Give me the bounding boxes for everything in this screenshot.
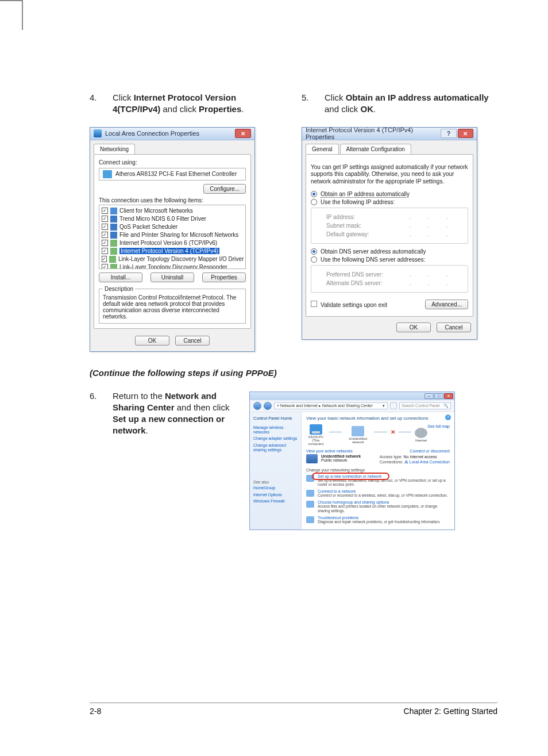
ok-button[interactable]: OK bbox=[396, 323, 431, 332]
obtain-dns-radio[interactable]: Obtain DNS server address automatically bbox=[311, 248, 468, 255]
cancel-button[interactable]: Cancel bbox=[175, 336, 210, 346]
use-dns-radio[interactable]: Use the following DNS server addresses: bbox=[311, 256, 468, 263]
checkbox-icon[interactable]: ✓ bbox=[102, 264, 108, 269]
advanced-button[interactable]: Advanced... bbox=[425, 300, 468, 309]
list-item: ✓Link-Layer Topology Discovery Mapper I/… bbox=[102, 255, 243, 263]
svg-rect-4 bbox=[110, 240, 117, 247]
uninstall-button[interactable]: Uninstall bbox=[150, 273, 194, 282]
close-icon[interactable]: ✕ bbox=[458, 129, 473, 138]
alt-dns-label: Alternate DNS server: bbox=[326, 280, 395, 286]
close-icon[interactable]: ✕ bbox=[235, 129, 251, 138]
step-4: 4. Click Internet Protocol Version 4(TCP… bbox=[90, 92, 285, 116]
task-connect-network[interactable]: Connect to a network Connect or reconnec… bbox=[306, 489, 450, 498]
ip-address-field: . . . bbox=[400, 214, 463, 220]
minimize-icon[interactable]: – bbox=[424, 393, 434, 399]
sidebar-link[interactable]: Manage wireless networks bbox=[253, 425, 298, 435]
ok-button[interactable]: OK bbox=[135, 336, 169, 346]
pref-dns-field: . . . bbox=[400, 271, 463, 278]
column-left: 4. Click Internet Protocol Version 4(TCP… bbox=[90, 92, 285, 352]
obtain-ip-radio[interactable]: Obtain an IP address automatically bbox=[311, 191, 468, 197]
networking-panel: Connect using: Atheros AR8132 PCI-E Fast… bbox=[94, 154, 251, 329]
list-item: ✓Link-Layer Topology Discovery Responder bbox=[102, 263, 243, 269]
step-6-row: 6. Return to the Network and Sharing Cen… bbox=[90, 390, 497, 531]
dialog-footer: OK Cancel bbox=[90, 329, 254, 351]
radio-icon bbox=[311, 256, 317, 263]
properties-button[interactable]: Properties bbox=[202, 273, 246, 282]
task-icon bbox=[306, 516, 314, 523]
checkbox-icon[interactable]: ✓ bbox=[102, 256, 107, 262]
validate-checkbox[interactable]: Validate settings upon exit bbox=[311, 301, 387, 308]
description-group: Description Transmission Control Protoco… bbox=[99, 286, 246, 324]
tab-alternate-configuration[interactable]: Alternate Configuration bbox=[340, 144, 411, 154]
task-homegroup[interactable]: Choose homegroup and sharing options Acc… bbox=[306, 500, 450, 513]
window-icon bbox=[94, 129, 102, 137]
back-icon[interactable] bbox=[253, 402, 261, 410]
connections-link[interactable]: Local Area Connection bbox=[410, 460, 450, 464]
list-item: ✓Internet Protocol Version 6 (TCP/IPv6) bbox=[102, 239, 243, 247]
local-area-connection-properties-dialog: Local Area Connection Properties ✕ Netwo… bbox=[90, 127, 255, 352]
checkbox-icon[interactable]: ✓ bbox=[102, 208, 108, 214]
tab-row: General Alternate Configuration bbox=[306, 144, 477, 154]
ipv4-properties-dialog: Internet Protocol Version 4 (TCP/IPv4) P… bbox=[302, 127, 477, 340]
step-text: Click Internet Protocol Version 4(TCP/IP… bbox=[113, 92, 285, 116]
radio-label: Use the following DNS server addresses: bbox=[321, 256, 425, 263]
sidebar-link[interactable]: Change advanced sharing settings bbox=[253, 443, 298, 453]
task-title: Set up a new connection or network bbox=[318, 474, 450, 478]
list-item-selected: ✓Internet Protocol Version 4 (TCP/IPv4) bbox=[102, 247, 243, 255]
svg-rect-6 bbox=[109, 256, 116, 263]
help-icon[interactable]: ? bbox=[441, 129, 456, 138]
checkbox-icon[interactable]: ✓ bbox=[102, 240, 108, 246]
sidebar-link[interactable]: Internet Options bbox=[253, 493, 298, 497]
tab-general[interactable]: General bbox=[306, 144, 339, 154]
window-title: Local Area Connection Properties bbox=[105, 130, 199, 137]
titlebar: Local Area Connection Properties ✕ bbox=[90, 128, 254, 140]
window-body: Control Panel Home Manage wireless netwo… bbox=[250, 412, 454, 530]
maximize-icon[interactable]: □ bbox=[434, 393, 443, 399]
t-bold: Properties bbox=[199, 104, 241, 114]
checkbox-icon[interactable]: ✓ bbox=[102, 216, 108, 222]
task-setup-connection[interactable]: Set up a new connection or network Set u… bbox=[306, 474, 450, 488]
component-icon bbox=[110, 216, 117, 222]
forward-icon[interactable] bbox=[264, 402, 272, 410]
dns-fields-group: Preferred DNS server:. . . Alternate DNS… bbox=[311, 265, 468, 293]
dialog-footer: OK Cancel bbox=[302, 317, 477, 339]
task-troubleshoot[interactable]: Troubleshoot problems Diagnose and repai… bbox=[306, 516, 450, 524]
sidebar-link[interactable]: HomeGroup bbox=[253, 486, 298, 490]
see-also-heading: See also bbox=[253, 480, 298, 484]
page-content: 4. Click Internet Protocol Version 4(TCP… bbox=[0, 0, 548, 530]
t: Return to the bbox=[113, 391, 165, 401]
t: and click bbox=[160, 104, 199, 114]
radio-icon bbox=[311, 191, 317, 197]
control-panel-home-link[interactable]: Control Panel Home bbox=[253, 416, 298, 421]
protocol-icon bbox=[110, 240, 117, 247]
configure-button[interactable]: Configure... bbox=[203, 184, 246, 194]
search-placeholder: Search Control Panel bbox=[402, 404, 440, 408]
description-text: Transmission Control Protocol/Internet P… bbox=[103, 294, 242, 320]
help-icon[interactable]: ? bbox=[445, 415, 451, 420]
breadcrumb[interactable]: « Network and Internet ▸ Network and Sha… bbox=[274, 402, 388, 409]
search-input[interactable]: Search Control Panel🔍 bbox=[399, 402, 451, 409]
use-ip-radio[interactable]: Use the following IP address: bbox=[311, 199, 468, 205]
checkbox-icon[interactable]: ✓ bbox=[102, 248, 108, 254]
cancel-button[interactable]: Cancel bbox=[437, 323, 471, 332]
adapter-name: Atheros AR8132 PCI-E Fast Ethernet Contr… bbox=[115, 171, 237, 177]
adapter-field[interactable]: Atheros AR8132 PCI-E Fast Ethernet Contr… bbox=[99, 168, 246, 181]
connect-disconnect-link[interactable]: Connect or disconnect bbox=[410, 449, 450, 453]
tab-networking[interactable]: Networking bbox=[94, 144, 135, 154]
sidebar-link[interactable]: Windows Firewall bbox=[253, 499, 298, 504]
chapter-title: Chapter 2: Getting Started bbox=[404, 707, 497, 716]
install-button[interactable]: Install... bbox=[99, 273, 142, 282]
items-listbox[interactable]: ✓Client for Microsoft Networks ✓Trend Mi… bbox=[99, 205, 246, 269]
nav-bar: « Network and Internet ▸ Network and Sha… bbox=[250, 400, 454, 412]
checkbox-icon[interactable]: ✓ bbox=[102, 232, 108, 238]
close-icon[interactable]: ✕ bbox=[444, 393, 453, 399]
svg-rect-3 bbox=[110, 232, 117, 239]
refresh-icon[interactable] bbox=[390, 402, 397, 409]
see-full-map-link[interactable]: See full map bbox=[427, 424, 450, 428]
t-bold: OK bbox=[361, 104, 374, 114]
item-buttons-row: Install... Uninstall Properties bbox=[99, 273, 246, 282]
protocol-icon bbox=[110, 264, 117, 269]
task-icon bbox=[306, 501, 314, 508]
sidebar-link[interactable]: Change adapter settings bbox=[253, 436, 298, 441]
checkbox-icon[interactable]: ✓ bbox=[102, 224, 108, 230]
